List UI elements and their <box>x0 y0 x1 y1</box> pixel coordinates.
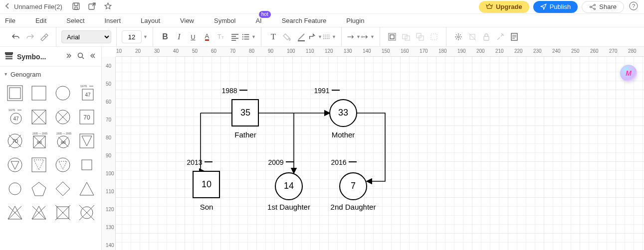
svg-rect-15 <box>389 33 396 40</box>
symbol-triangle-down[interactable] <box>76 130 98 152</box>
font-size-input[interactable] <box>122 30 142 43</box>
svg-rect-0 <box>73 3 79 9</box>
symbol-double-square[interactable] <box>4 82 26 104</box>
menu-symbol[interactable]: Symbol <box>214 17 235 24</box>
menu-plugin[interactable]: Plugin <box>346 17 364 24</box>
node-daughter-1[interactable]: 2009 14 1st Daughter <box>267 158 310 211</box>
svg-text:1935 — 2005: 1935 — 2005 <box>56 132 71 135</box>
svg-point-31 <box>56 86 70 100</box>
node-daughter-2[interactable]: 2016 7 2nd Daughter <box>331 158 376 211</box>
svg-point-12 <box>242 38 243 39</box>
symbol-small-square[interactable] <box>76 154 98 176</box>
symbol-triangle-x2[interactable] <box>28 202 50 224</box>
symbol-square-age[interactable]: 197047 <box>76 82 98 104</box>
svg-text:2009: 2009 <box>268 158 283 166</box>
line-style-icon[interactable]: ▼ <box>322 30 336 44</box>
svg-text:68: 68 <box>37 140 42 145</box>
align-icon[interactable] <box>228 30 242 44</box>
node-son[interactable]: 2013 10 Son <box>187 158 219 211</box>
fill-icon[interactable] <box>280 30 294 44</box>
font-color-icon[interactable]: A <box>200 30 214 44</box>
svg-text:47: 47 <box>13 116 19 122</box>
arrow-end-icon[interactable]: ▼ <box>361 30 375 44</box>
symbol-square[interactable] <box>28 82 50 104</box>
svg-point-11 <box>242 36 243 37</box>
symbol-square-x[interactable] <box>28 106 50 128</box>
symbol-diamond[interactable] <box>52 178 74 200</box>
save-icon[interactable] <box>71 2 81 11</box>
menu-ai[interactable]: AIhot <box>255 17 261 24</box>
svg-point-3 <box>590 6 592 7</box>
menu-view[interactable]: View <box>180 17 194 24</box>
symbol-circle-triangle[interactable] <box>4 154 26 176</box>
font-select[interactable]: Arial <box>61 30 111 43</box>
ai-assistant-icon[interactable]: M <box>620 65 637 82</box>
text-tool-icon[interactable]: T <box>266 30 280 44</box>
symbol-circle[interactable] <box>52 82 74 104</box>
symbol-triangle-x[interactable] <box>4 202 26 224</box>
effects-icon[interactable] <box>451 30 465 44</box>
group3-icon[interactable] <box>413 30 427 44</box>
bold-icon[interactable]: B <box>158 30 172 44</box>
export-icon[interactable] <box>87 2 97 11</box>
group4-icon[interactable] <box>427 30 441 44</box>
upgrade-button[interactable]: Upgrade <box>479 1 529 13</box>
menu-insert[interactable]: Insert <box>105 17 121 24</box>
format-painter-icon[interactable] <box>37 30 51 44</box>
svg-point-10 <box>242 34 243 35</box>
symbol-circle-x[interactable] <box>52 106 74 128</box>
connector-style-icon[interactable]: ▼ <box>308 30 322 44</box>
chevron-down-icon[interactable]: ▼ <box>143 34 148 39</box>
back-icon[interactable] <box>5 3 10 10</box>
symbol-square-x2[interactable] <box>52 202 74 224</box>
menu-edit[interactable]: Edit <box>35 17 46 24</box>
underline-icon[interactable]: U <box>186 30 200 44</box>
redo-icon[interactable] <box>23 30 37 44</box>
symbol-square-68-x[interactable]: 1935 — 200568 <box>28 130 50 152</box>
text-size-icon[interactable]: TT <box>214 30 228 44</box>
search-icon[interactable] <box>77 52 84 61</box>
symbols-panel: Symbo... Genogram 197047 197047 70 70 19… <box>0 47 102 250</box>
symbol-circle-x2[interactable] <box>76 202 98 224</box>
page-icon[interactable] <box>507 30 521 44</box>
italic-icon[interactable]: I <box>172 30 186 44</box>
svg-point-5 <box>594 8 596 9</box>
list-icon[interactable]: ▼ <box>242 30 256 44</box>
arrow-start-icon[interactable]: ▼ <box>347 30 361 44</box>
menu-file[interactable]: File <box>5 17 15 24</box>
category-genogram[interactable]: Genogram <box>0 67 101 82</box>
menu-search[interactable]: Search Feature <box>282 17 327 24</box>
lock-icon[interactable] <box>479 30 493 44</box>
line-color-icon[interactable] <box>294 30 308 44</box>
hot-badge: hot <box>259 11 271 18</box>
crop-icon[interactable] <box>465 30 479 44</box>
expand-icon[interactable] <box>65 52 71 61</box>
symbol-circle-68-x[interactable]: 1935 — 200568 <box>52 130 74 152</box>
undo-icon[interactable] <box>9 30 23 44</box>
symbol-small-circle[interactable] <box>4 178 26 200</box>
group2-icon[interactable] <box>399 30 413 44</box>
share-button[interactable]: Share <box>582 1 624 13</box>
symbol-square-70[interactable]: 70 <box>76 106 98 128</box>
group1-icon[interactable] <box>385 30 399 44</box>
svg-rect-29 <box>9 88 20 99</box>
symbol-dashed-triangle[interactable] <box>28 154 50 176</box>
symbol-circle-70-x[interactable]: 70 <box>4 130 26 152</box>
svg-rect-21 <box>431 34 437 40</box>
publish-button-label: Publish <box>550 3 571 10</box>
symbol-pentagon[interactable] <box>28 178 50 200</box>
help-icon[interactable]: ? <box>629 1 639 12</box>
collapse-icon[interactable] <box>90 52 96 61</box>
star-icon[interactable] <box>103 2 113 11</box>
library-icon[interactable] <box>5 52 13 61</box>
publish-button[interactable]: Publish <box>533 1 578 13</box>
svg-rect-24 <box>484 36 489 40</box>
canvas[interactable]: 1988 35 Father 1991 33 Mother 2013 <box>116 57 644 250</box>
menu-layout[interactable]: Layout <box>141 17 160 24</box>
symbol-circle-age[interactable]: 197047 <box>4 106 26 128</box>
menu-select[interactable]: Select <box>66 17 84 24</box>
symbol-circle-dashed-triangle[interactable] <box>52 154 74 176</box>
symbol-triangle[interactable] <box>76 178 98 200</box>
svg-text:70: 70 <box>83 114 90 121</box>
tools-icon[interactable] <box>493 30 507 44</box>
